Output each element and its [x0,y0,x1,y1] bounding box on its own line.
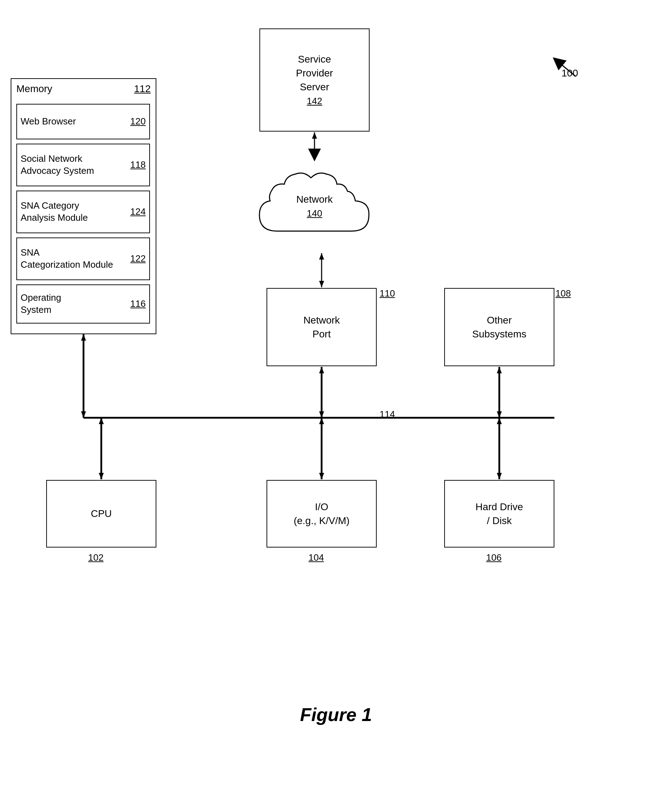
sna-category-box: SNA CategoryAnalysis Module 124 [16,191,150,233]
hard-drive-label: Hard Drive/ Disk [475,500,523,527]
network-port-ref-label: 110 [379,288,395,299]
figure-caption: Figure 1 [0,704,672,725]
svg-marker-23 [99,418,104,424]
svg-marker-25 [319,473,324,479]
social-network-label: Social NetworkAdvocacy System [21,153,94,177]
operating-system-label: OperatingSystem [21,292,61,316]
network-label: Network [296,194,333,205]
server-label: ServiceProviderServer142 [296,52,333,108]
svg-marker-26 [319,418,324,424]
hard-drive-box: Hard Drive/ Disk [444,480,554,548]
io-box: I/O(e.g., K/V/M) [267,480,377,548]
hard-drive-ref: 106 [486,552,501,563]
diagram: 100 Memory 112 Web Browser 120 Social Ne… [0,0,672,747]
io-label: I/O(e.g., K/V/M) [294,500,349,527]
bus-ref-label: 114 [379,409,395,420]
cpu-ref-label: 102 [88,552,103,563]
other-subsystems-box: OtherSubsystems [444,288,554,366]
memory-ref: 112 [134,82,151,95]
svg-marker-19 [497,367,502,373]
network-port-label: NetworkPort [304,313,340,341]
memory-title: Memory [16,82,52,95]
svg-marker-14 [81,411,86,418]
svg-marker-9 [319,253,324,260]
ref-100-label: 100 [562,67,578,79]
sna-categorization-box: SNACategorization Module 122 [16,237,150,280]
network-cloud: Network 140 [249,160,380,252]
server-ref: 142 [307,96,322,106]
operating-system-box: OperatingSystem 116 [16,284,150,324]
io-ref: 104 [309,552,324,563]
svg-marker-13 [81,334,86,341]
cpu-label: CPU [91,507,112,520]
figure-title: Figure 1 [300,704,372,725]
svg-marker-28 [497,473,502,479]
other-subsystems-ref-label: 108 [555,288,571,299]
svg-marker-22 [99,473,104,479]
svg-marker-7 [312,132,317,139]
svg-marker-17 [319,411,324,418]
sna-categorization-label: SNACategorization Module [21,247,113,271]
svg-marker-10 [319,281,324,287]
io-ref-label: 104 [309,552,324,563]
network-port-ref: 110 [379,288,395,299]
svg-marker-20 [497,411,502,418]
memory-box: Memory 112 Web Browser 120 Social Networ… [11,78,156,334]
svg-marker-16 [319,367,324,373]
cpu-box: CPU [46,480,156,548]
sna-category-label: SNA CategoryAnalysis Module [21,200,88,224]
sna-category-ref: 124 [130,206,146,218]
hard-drive-ref-label: 106 [486,552,501,563]
svg-marker-29 [497,418,502,424]
network-ref: 140 [307,208,322,219]
web-browser-box: Web Browser 120 [16,104,150,139]
server-box: ServiceProviderServer142 [259,29,370,131]
bus-ref: 114 [379,409,395,420]
social-network-box: Social NetworkAdvocacy System 118 [16,144,150,186]
other-subsystems-ref: 108 [555,288,571,299]
other-subsystems-label: OtherSubsystems [472,313,526,341]
operating-system-ref: 116 [130,298,146,310]
cpu-ref: 102 [88,552,103,563]
network-port-box: NetworkPort [267,288,377,366]
social-network-ref: 118 [130,159,146,171]
network-cloud-text: Network 140 [296,192,333,220]
sna-categorization-ref: 122 [130,253,146,265]
web-browser-ref: 120 [130,115,146,128]
web-browser-label: Web Browser [21,115,76,128]
